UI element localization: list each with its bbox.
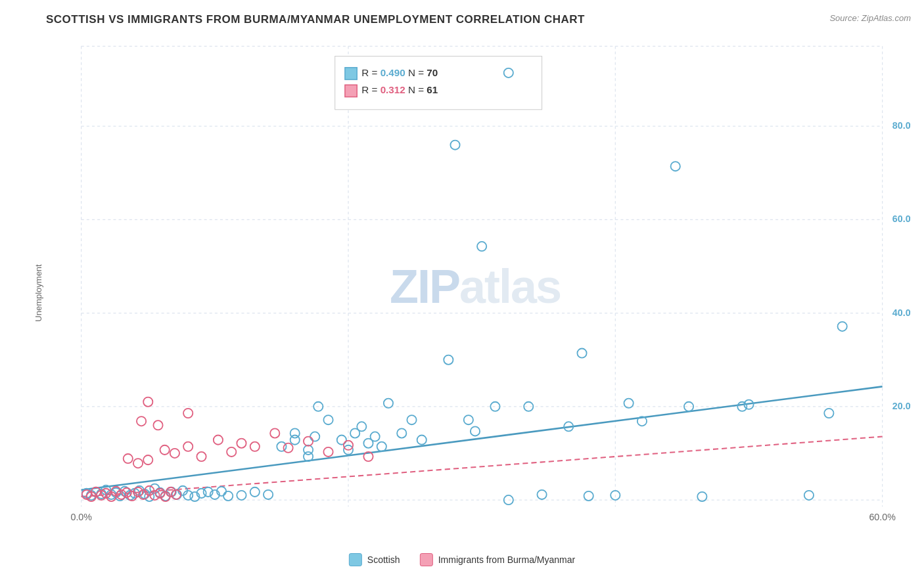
svg-point-132: [153, 420, 162, 430]
chart-legend: Scottish Immigrants from Burma/Myanmar: [349, 553, 575, 566]
svg-point-116: [143, 455, 152, 464]
svg-point-128: [323, 447, 333, 457]
legend-label-scottish: Scottish: [367, 554, 400, 565]
svg-point-58: [310, 432, 319, 441]
svg-text:60.0%: 60.0%: [892, 214, 911, 224]
svg-point-124: [250, 442, 260, 451]
svg-point-120: [196, 452, 206, 461]
svg-point-50: [237, 491, 246, 500]
svg-point-123: [237, 439, 246, 448]
svg-point-60: [323, 415, 333, 424]
svg-point-125: [270, 428, 279, 438]
svg-point-73: [464, 415, 473, 424]
svg-point-72: [444, 355, 453, 365]
legend-item-burma: Immigrants from Burma/Myanmar: [420, 553, 575, 566]
svg-point-66: [371, 432, 380, 441]
svg-point-133: [183, 409, 193, 418]
svg-point-71: [417, 436, 427, 445]
svg-point-118: [170, 449, 179, 458]
svg-point-81: [577, 348, 586, 357]
svg-point-114: [124, 454, 133, 463]
svg-point-55: [290, 428, 300, 438]
svg-text:60.0%: 60.0%: [869, 512, 896, 522]
svg-point-95: [450, 141, 459, 150]
svg-point-126: [283, 443, 292, 453]
legend-item-scottish: Scottish: [349, 553, 400, 566]
svg-text:40.0%: 40.0%: [892, 307, 911, 318]
svg-point-122: [227, 447, 236, 457]
scatter-chart: 0.0% 60.0% 80.0% 60.0% 40.0% 20.0% R = 0…: [39, 33, 911, 540]
svg-point-93: [838, 322, 847, 331]
legend-swatch-scottish: [349, 553, 362, 566]
svg-point-70: [407, 415, 416, 424]
chart-title: SCOTTISH VS IMMIGRANTS FROM BURMA/MYANMA…: [46, 13, 911, 26]
svg-text:R =  0.312  N =  61: R = 0.312 N = 61: [361, 84, 438, 95]
svg-point-64: [357, 422, 366, 431]
svg-point-127: [304, 437, 313, 446]
svg-point-121: [214, 436, 223, 445]
svg-point-91: [804, 491, 814, 500]
svg-point-82: [584, 491, 593, 501]
svg-line-17: [81, 437, 883, 497]
svg-point-51: [250, 487, 260, 497]
svg-text:R = 0.490   N = 70: R = 0.490 N = 70: [361, 67, 438, 78]
svg-point-92: [824, 409, 833, 418]
svg-line-16: [81, 386, 883, 489]
svg-point-134: [143, 397, 152, 407]
svg-point-53: [277, 442, 286, 451]
svg-point-115: [133, 459, 143, 468]
svg-point-119: [183, 442, 193, 451]
svg-point-117: [160, 445, 170, 455]
svg-point-67: [377, 442, 386, 451]
legend-label-burma: Immigrants from Burma/Myanmar: [438, 554, 575, 565]
svg-rect-19: [345, 68, 357, 79]
svg-point-75: [477, 242, 486, 251]
source-label: Source: ZipAtlas.com: [829, 13, 911, 23]
svg-text:0.0%: 0.0%: [70, 512, 92, 522]
svg-point-61: [337, 436, 346, 445]
chart-container: SCOTTISH VS IMMIGRANTS FROM BURMA/MYANMA…: [0, 0, 924, 586]
svg-point-57: [304, 445, 313, 455]
legend-swatch-burma: [420, 553, 433, 566]
svg-point-79: [537, 490, 546, 499]
svg-rect-18: [335, 56, 542, 110]
svg-text:80.0%: 80.0%: [892, 120, 911, 131]
svg-text:20.0%: 20.0%: [892, 401, 911, 411]
svg-point-74: [471, 426, 480, 436]
chart-area: ZIPatlas 0.0% 60.0% 80.0% 60.: [39, 33, 911, 540]
svg-point-86: [671, 162, 680, 171]
svg-rect-21: [345, 85, 357, 97]
svg-point-131: [137, 417, 146, 426]
svg-point-52: [264, 490, 273, 499]
svg-point-69: [397, 428, 406, 438]
svg-point-49: [223, 491, 233, 501]
